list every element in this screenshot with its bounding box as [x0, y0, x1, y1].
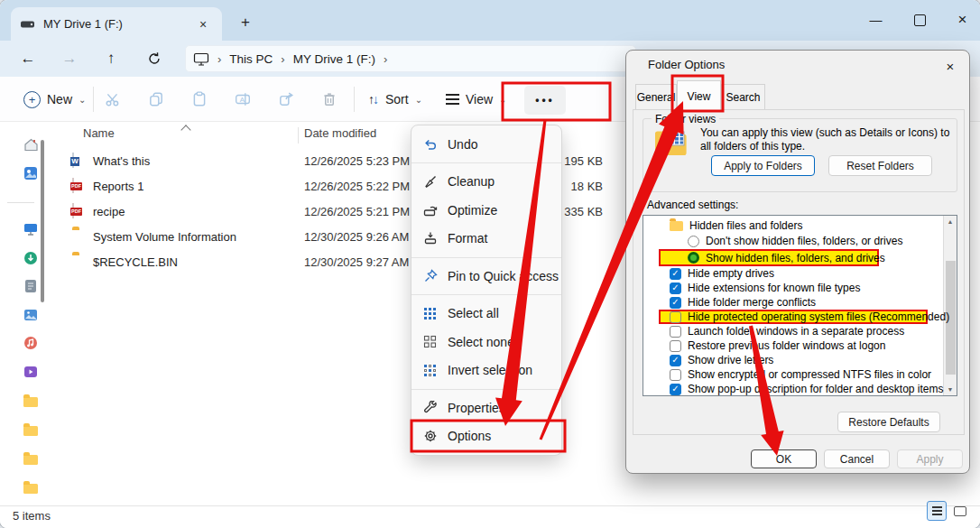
column-header-date[interactable]: Date modified — [304, 126, 376, 140]
sidebar-pictures-icon[interactable] — [23, 307, 39, 323]
setting-dont-show-hidden[interactable]: Don't show hidden files, folders, or dri… — [643, 233, 943, 249]
sidebar-folder-icon[interactable] — [23, 480, 39, 496]
pin-icon — [422, 268, 438, 283]
ok-button[interactable]: OK — [751, 449, 817, 468]
checkbox-unchecked-icon[interactable] — [670, 340, 681, 352]
apply-to-folders-button[interactable]: Apply to Folders — [711, 155, 815, 176]
icons-view-toggle[interactable] — [950, 501, 970, 521]
breadcrumb-drive[interactable]: MY Drive 1 (F:) — [293, 52, 375, 66]
copy-icon — [148, 91, 164, 107]
radio-selected-icon[interactable] — [688, 252, 699, 264]
close-icon: × — [958, 11, 967, 29]
back-button[interactable]: ← — [14, 45, 42, 72]
forward-button[interactable]: → — [56, 45, 83, 72]
tab-view[interactable]: View — [677, 80, 721, 111]
setting-show-hidden[interactable]: Show hidden files, folders, and drives — [643, 249, 943, 266]
dialog-close-button[interactable]: × — [940, 56, 960, 76]
menu-item-cleanup[interactable]: Cleanup — [411, 168, 561, 197]
cancel-button[interactable]: Cancel — [824, 449, 890, 468]
scroll-down-icon[interactable]: ▼ — [944, 384, 957, 395]
breadcrumb-this-pc[interactable]: This PC — [229, 52, 273, 66]
sidebar-folder-icon[interactable] — [23, 422, 39, 439]
sidebar-videos-icon[interactable] — [23, 364, 39, 380]
drive-icon — [20, 19, 35, 30]
scissors-icon — [105, 91, 121, 107]
cut-button[interactable] — [101, 85, 125, 114]
column-divider[interactable] — [298, 127, 299, 144]
sidebar-music-icon[interactable] — [23, 335, 39, 351]
menu-item-pin-quick-access[interactable]: Pin to Quick access — [411, 262, 561, 291]
checkbox-checked-icon[interactable] — [670, 297, 681, 309]
file-name: System Volume Information — [93, 230, 236, 244]
rename-button[interactable]: A — [231, 85, 254, 114]
address-bar[interactable]: › This PC › MY Drive 1 (F:) › — [185, 45, 636, 72]
new-button[interactable]: + New ⌄ — [18, 85, 91, 114]
list-scrollbar[interactable]: ▲ ▼ — [943, 216, 957, 395]
radio-unselected-icon[interactable] — [688, 236, 699, 247]
chevron-down-icon: ⌄ — [415, 95, 422, 105]
setting-show-drive-letters[interactable]: Show drive letters — [643, 353, 943, 367]
sort-label: Sort — [385, 92, 409, 107]
menu-item-select-none[interactable]: Select none — [411, 328, 561, 357]
checkbox-unchecked-icon[interactable] — [670, 326, 681, 338]
sidebar-gallery-icon[interactable] — [23, 165, 39, 181]
sidebar-documents-icon[interactable] — [23, 278, 39, 294]
select-none-icon — [422, 334, 438, 349]
checkbox-unchecked-icon[interactable] — [670, 311, 681, 323]
setting-launch-separate-process[interactable]: Launch folder windows in a separate proc… — [643, 324, 943, 338]
menu-item-invert-selection[interactable]: Invert selection — [411, 357, 561, 385]
view-button[interactable]: View ⌄ — [440, 85, 512, 114]
setting-restore-previous-windows[interactable]: Restore previous folder windows at logon — [643, 338, 943, 353]
paste-button[interactable] — [188, 85, 211, 114]
setting-hide-extensions[interactable]: Hide extensions for known file types — [643, 281, 943, 295]
tab-general[interactable]: General — [635, 84, 677, 110]
column-header-name[interactable]: Name — [83, 126, 115, 140]
apply-button[interactable]: Apply — [897, 449, 963, 468]
sidebar-scrollbar[interactable] — [41, 140, 44, 302]
tab-close-icon[interactable]: × — [193, 14, 213, 34]
maximize-button[interactable] — [900, 5, 940, 34]
menu-item-properties[interactable]: Properties — [411, 394, 561, 422]
see-more-button[interactable]: ••• — [524, 86, 566, 115]
reset-folders-button[interactable]: Reset Folders — [828, 155, 932, 176]
sidebar-downloads-icon[interactable] — [23, 250, 39, 266]
up-button[interactable]: ↑ — [97, 45, 125, 72]
checkbox-checked-icon[interactable] — [670, 283, 681, 294]
restore-defaults-button[interactable]: Restore Defaults — [837, 412, 940, 432]
sidebar-desktop-icon[interactable] — [23, 221, 39, 237]
plus-icon: + — [241, 14, 250, 32]
checkbox-checked-icon[interactable] — [670, 268, 681, 280]
sidebar-home-icon[interactable] — [23, 136, 39, 153]
explorer-tab[interactable]: MY Drive 1 (F:) × — [11, 7, 222, 41]
close-button[interactable]: × — [942, 5, 980, 34]
checkbox-checked-icon[interactable] — [670, 355, 681, 366]
checkbox-checked-icon[interactable] — [670, 384, 681, 395]
sidebar-folder-icon[interactable] — [23, 451, 39, 468]
pdf-icon — [72, 179, 88, 194]
chevron-down-icon: ⌄ — [499, 95, 506, 105]
delete-button[interactable] — [318, 85, 341, 114]
copy-button[interactable] — [144, 85, 168, 114]
sort-button[interactable]: ↑↓ Sort ⌄ — [363, 85, 428, 114]
setting-show-popup-description[interactable]: Show pop-up description for folder and d… — [643, 382, 943, 396]
menu-item-options[interactable]: Options — [411, 422, 561, 451]
checkbox-unchecked-icon[interactable] — [670, 369, 681, 381]
tab-search[interactable]: Search — [721, 84, 765, 110]
setting-hide-merge-conflicts[interactable]: Hide folder merge conflicts — [643, 295, 943, 310]
menu-item-format[interactable]: Format — [411, 225, 561, 254]
refresh-button[interactable] — [141, 45, 168, 72]
sidebar-folder-icon[interactable] — [23, 394, 39, 410]
setting-show-encrypted-color[interactable]: Show encrypted or compressed NTFS files … — [643, 367, 943, 382]
scroll-up-icon[interactable]: ▲ — [944, 216, 957, 227]
setting-hide-protected-os-files[interactable]: Hide protected operating system files (R… — [643, 310, 943, 324]
setting-hide-empty-drives[interactable]: Hide empty drives — [643, 266, 943, 281]
minimize-button[interactable]: — — [855, 5, 896, 34]
undo-icon — [422, 136, 438, 152]
broom-icon — [422, 174, 438, 190]
menu-item-optimize[interactable]: Optimize — [411, 196, 561, 225]
details-view-toggle[interactable] — [927, 501, 947, 521]
menu-item-select-all[interactable]: Select all — [411, 300, 561, 329]
new-tab-button[interactable]: + — [235, 12, 256, 33]
menu-item-undo[interactable]: Undo — [411, 130, 561, 159]
share-button[interactable] — [274, 85, 298, 114]
